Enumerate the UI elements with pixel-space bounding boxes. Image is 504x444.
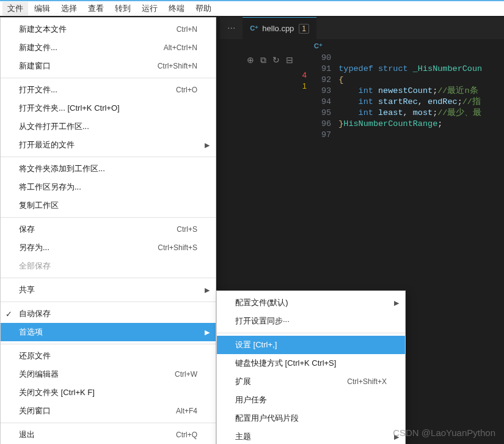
menubar-item-edit[interactable]: 编辑: [29, 2, 55, 15]
menu-separator: [217, 333, 405, 333]
file-menu-item[interactable]: 从文件打开工作区...: [1, 117, 216, 136]
problems-gutter: 4 1: [298, 70, 307, 92]
menu-separator: [1, 157, 216, 157]
preferences-submenu-item[interactable]: 设置 [Ctrl+,]: [217, 336, 405, 354]
file-menu-item[interactable]: 共享▶: [1, 281, 216, 299]
file-menu-item[interactable]: 新建文本文件Ctrl+N: [1, 20, 216, 39]
cpp-file-icon: C⁺: [250, 24, 258, 32]
menu-item-label: 首选项: [19, 327, 43, 338]
watermark: CSDN @LaoYuanPython: [393, 427, 495, 438]
file-menu-item[interactable]: 打开文件夹... [Ctrl+K Ctrl+O]: [1, 99, 216, 117]
file-menu-item[interactable]: 将文件夹添加到工作区...: [1, 160, 216, 178]
check-icon: ✓: [5, 309, 12, 319]
new-folder-icon[interactable]: ⧉: [260, 55, 266, 65]
tab-title: hello.cpp: [262, 24, 294, 33]
menubar-item-goto[interactable]: 转到: [110, 2, 136, 15]
menubar-item-file[interactable]: 文件: [2, 2, 28, 15]
tab-overflow-icon[interactable]: ···: [220, 23, 243, 34]
menu-shortcut: Alt+Ctrl+N: [164, 43, 197, 52]
file-menu-item[interactable]: 另存为...Ctrl+Shift+S: [1, 239, 216, 257]
file-menu-item: 全部保存: [1, 257, 216, 275]
menubar-item-view[interactable]: 查看: [83, 2, 109, 15]
menu-item-label: 复制工作区: [19, 200, 59, 211]
menu-separator: [1, 423, 216, 423]
editor-breadcrumb[interactable]: C⁺: [310, 39, 504, 53]
warnings-count: 1: [298, 81, 307, 92]
preferences-submenu-item[interactable]: 主题▶: [217, 427, 405, 444]
explorer-toolbar: ⊕ ⧉ ↻ ⊟: [247, 55, 293, 65]
refresh-icon[interactable]: ↻: [272, 55, 280, 65]
menu-shortcut: Ctrl+N: [177, 25, 197, 34]
menu-shortcut: Ctrl+S: [177, 225, 197, 234]
menu-separator: [1, 217, 216, 218]
menu-item-label: 关闭编辑器: [19, 369, 59, 380]
menu-shortcut: Ctrl+Shift+N: [158, 62, 197, 70]
menubar-item-run[interactable]: 运行: [137, 2, 163, 15]
menu-item-label: 键盘快捷方式 [Ctrl+K Ctrl+S]: [235, 358, 336, 369]
collapse-icon[interactable]: ⊟: [286, 55, 293, 65]
preferences-submenu-item[interactable]: 用户任务: [217, 391, 405, 409]
file-menu-item[interactable]: 关闭编辑器Ctrl+W: [1, 365, 216, 383]
menu-item-label: 新建窗口: [19, 61, 51, 72]
menu-item-label: 用户任务: [235, 394, 267, 405]
menu-item-label: 退出: [19, 429, 35, 440]
errors-count: 4: [298, 70, 307, 81]
preferences-submenu-item[interactable]: 键盘快捷方式 [Ctrl+K Ctrl+S]: [217, 354, 405, 372]
menu-separator: [1, 78, 216, 78]
editor-tab-hello[interactable]: C⁺ hello.cpp 1: [243, 17, 316, 39]
menu-shortcut: Ctrl+O: [176, 86, 197, 94]
menu-separator: [1, 278, 216, 278]
menu-item-label: 自动保存: [19, 308, 51, 319]
file-menu-item[interactable]: 首选项▶: [1, 323, 216, 341]
menu-item-label: 打开设置同步···: [235, 316, 290, 327]
menu-item-label: 全部保存: [19, 261, 51, 272]
chevron-right-icon: ▶: [394, 299, 399, 307]
file-menu-item[interactable]: 将工作区另存为...: [1, 178, 216, 196]
menu-item-label: 新建文件...: [19, 42, 57, 53]
tab-modified-badge: 1: [299, 24, 309, 34]
file-menu-item[interactable]: ✓自动保存: [1, 305, 216, 323]
menu-item-label: 保存: [19, 224, 35, 235]
chevron-right-icon: ▶: [205, 328, 210, 336]
menu-item-label: 共享: [19, 284, 35, 295]
menu-shortcut: Ctrl+Q: [176, 431, 197, 439]
preferences-submenu-item[interactable]: 配置文件(默认)▶: [217, 294, 405, 312]
menu-shortcut: Ctrl+Shift+S: [158, 243, 197, 252]
file-menu-item[interactable]: 打开最近的文件▶: [1, 136, 216, 154]
file-menu-item[interactable]: 打开文件...Ctrl+O: [1, 81, 216, 99]
menu-item-label: 配置文件(默认): [235, 297, 288, 308]
file-menu-item[interactable]: 新建窗口Ctrl+Shift+N: [1, 57, 216, 75]
menubar: 文件 编辑 选择 查看 转到 运行 终端 帮助: [0, 1, 504, 16]
file-menu-item[interactable]: 新建文件...Alt+Ctrl+N: [1, 39, 216, 57]
file-menu-item[interactable]: 关闭文件夹 [Ctrl+K F]: [1, 383, 216, 402]
preferences-submenu-item[interactable]: 配置用户代码片段: [217, 409, 405, 427]
file-menu-item[interactable]: 复制工作区: [1, 196, 216, 215]
file-menu: 新建文本文件Ctrl+N新建文件...Alt+Ctrl+N新建窗口Ctrl+Sh…: [0, 17, 216, 444]
file-menu-item[interactable]: 退出Ctrl+Q: [1, 426, 216, 444]
menu-item-label: 关闭窗口: [19, 405, 51, 416]
file-menu-item[interactable]: 关闭窗口Alt+F4: [1, 402, 216, 420]
menu-item-label: 打开最近的文件: [19, 139, 75, 150]
menubar-item-terminal[interactable]: 终端: [164, 2, 189, 15]
chevron-right-icon: ▶: [205, 141, 210, 149]
menu-item-label: 配置用户代码片段: [235, 413, 299, 424]
menu-item-label: 打开文件...: [19, 84, 57, 95]
menu-item-label: 还原文件: [19, 350, 51, 361]
menu-item-label: 从文件打开工作区...: [19, 121, 89, 132]
menubar-item-select[interactable]: 选择: [56, 2, 82, 15]
menu-item-label: 将工作区另存为...: [19, 182, 81, 193]
preferences-submenu-item[interactable]: 打开设置同步···: [217, 312, 405, 330]
menu-item-label: 主题: [235, 431, 251, 442]
new-file-icon[interactable]: ⊕: [247, 55, 254, 65]
file-menu-item[interactable]: 保存Ctrl+S: [1, 220, 216, 239]
preferences-submenu-item[interactable]: 扩展Ctrl+Shift+X: [217, 372, 405, 391]
menu-item-label: 设置 [Ctrl+,]: [235, 339, 277, 350]
menu-shortcut: Alt+F4: [176, 407, 197, 415]
menubar-item-help[interactable]: 帮助: [191, 2, 216, 15]
menu-item-label: 将文件夹添加到工作区...: [19, 163, 105, 174]
menu-separator: [1, 344, 216, 344]
preferences-submenu: 配置文件(默认)▶打开设置同步···设置 [Ctrl+,]键盘快捷方式 [Ctr…: [216, 290, 406, 444]
menu-item-label: 新建文本文件: [19, 24, 67, 35]
file-menu-item[interactable]: 还原文件: [1, 347, 216, 365]
menu-item-label: 另存为...: [19, 242, 49, 253]
